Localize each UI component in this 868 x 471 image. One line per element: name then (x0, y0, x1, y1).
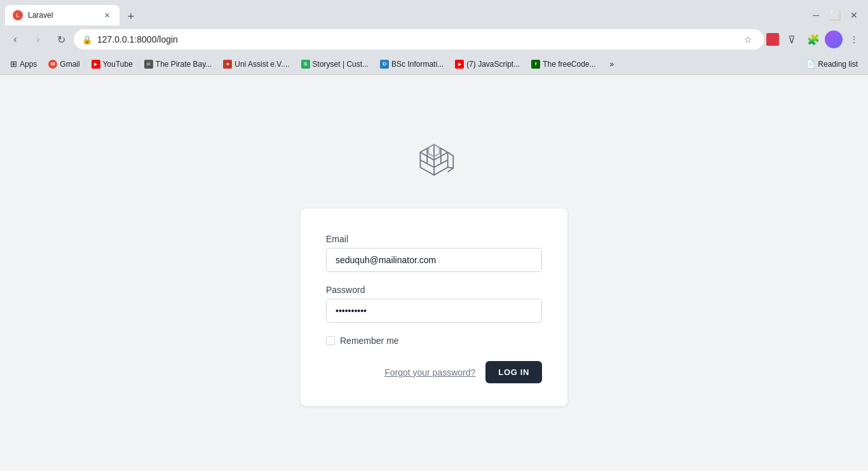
tabs-area: L Laravel ✕ + (5, 5, 807, 25)
bookmark-javascript-label: (7) JavaScript... (466, 60, 520, 69)
reading-list-label: Reading list (818, 60, 858, 69)
bookmark-gmail-label: Gmail (60, 60, 79, 69)
svg-line-10 (448, 167, 454, 168)
remember-me-checkbox[interactable] (326, 336, 335, 345)
email-input[interactable] (326, 248, 542, 272)
bookmark-piratebay-label: The Pirate Bay... (156, 60, 212, 69)
browser-chrome: L Laravel ✕ + ─ ⬜ ✕ ‹ › ↻ 🔒 127.0.0.1:80… (0, 0, 868, 75)
profile-avatar[interactable] (825, 31, 843, 48)
close-window-button[interactable]: ✕ (845, 6, 863, 24)
forgot-password-link[interactable]: Forgot your password? (384, 367, 475, 378)
reading-list-button[interactable]: 📄 Reading list (801, 57, 863, 71)
form-actions: Forgot your password? LOG IN (326, 361, 542, 383)
bookmark-apps[interactable]: ⊞ Apps (5, 57, 42, 71)
login-button[interactable]: LOG IN (485, 361, 542, 383)
maximize-button[interactable]: ⬜ (826, 6, 844, 24)
laravel-logo-icon (411, 140, 457, 186)
laravel-logo-wrapper (411, 140, 457, 188)
bookmark-piratebay[interactable]: ☠ The Pirate Bay... (139, 57, 217, 71)
bookmark-uniassist[interactable]: ● Uni Assist e.V.... (218, 57, 294, 71)
password-label: Password (326, 285, 542, 295)
window-controls: ─ ⬜ ✕ (807, 6, 863, 24)
bookmark-storyset-label: Storyset | Cust... (313, 60, 369, 69)
remember-me-label[interactable]: Remember me (340, 336, 399, 346)
reading-list-icon: 📄 (806, 60, 815, 69)
email-label: Email (326, 234, 542, 244)
bookmark-apps-label: Apps (20, 60, 37, 69)
new-tab-button[interactable]: + (122, 8, 140, 25)
address-actions: ☆ (740, 32, 756, 47)
bookmarks-bar: ⊞ Apps M Gmail ▶ YouTube ☠ The Pirate Ba… (0, 53, 868, 75)
bookmark-uniassist-label: Uni Assist e.V.... (234, 60, 289, 69)
minimize-button[interactable]: ─ (807, 6, 825, 24)
back-button[interactable]: ‹ (5, 29, 25, 50)
tab-title: Laravel (28, 11, 97, 20)
bookmark-youtube-label: YouTube (103, 60, 133, 69)
nav-bar: ‹ › ↻ 🔒 127.0.0.1:8000/login ☆ ⊽ 🧩 ⋮ (0, 25, 868, 53)
bookmark-youtube[interactable]: ▶ YouTube (86, 57, 138, 71)
active-tab[interactable]: L Laravel ✕ (5, 5, 119, 25)
remember-row: Remember me (326, 336, 542, 346)
lock-icon: 🔒 (82, 35, 92, 44)
bookmark-freecode[interactable]: f The freeCode... (526, 57, 600, 71)
password-form-group: Password (326, 285, 542, 323)
bookmark-freecode-label: The freeCode... (543, 60, 595, 69)
bookmark-gmail[interactable]: M Gmail (43, 57, 85, 71)
page-content: Email Password Remember me Forgot your p… (0, 75, 868, 471)
login-card: Email Password Remember me Forgot your p… (301, 208, 567, 406)
bookmark-javascript[interactable]: ▶ (7) JavaScript... (450, 57, 525, 71)
email-form-group: Email (326, 234, 542, 272)
star-button[interactable]: ☆ (740, 32, 756, 47)
tab-favicon: L (13, 10, 23, 20)
funnel-button[interactable]: ⊽ (782, 29, 802, 50)
extensions-button[interactable]: 🧩 (804, 31, 822, 48)
address-text: 127.0.0.1:8000/login (97, 34, 735, 44)
address-bar[interactable]: 🔒 127.0.0.1:8000/login ☆ (74, 29, 764, 50)
bookmark-bsc[interactable]: D BSc Informati... (375, 57, 449, 71)
more-bookmarks-button[interactable]: » (605, 57, 620, 71)
password-input[interactable] (326, 299, 542, 323)
extension-icon-red[interactable] (766, 33, 779, 46)
tab-close-button[interactable]: ✕ (102, 10, 112, 20)
menu-button[interactable]: ⋮ (845, 31, 863, 48)
bookmark-bsc-label: BSc Informati... (391, 60, 444, 69)
title-bar: L Laravel ✕ + ─ ⬜ ✕ (0, 0, 868, 25)
forward-button[interactable]: › (28, 29, 48, 50)
reload-button[interactable]: ↻ (51, 29, 71, 50)
bookmark-storyset[interactable]: S Storyset | Cust... (296, 57, 374, 71)
